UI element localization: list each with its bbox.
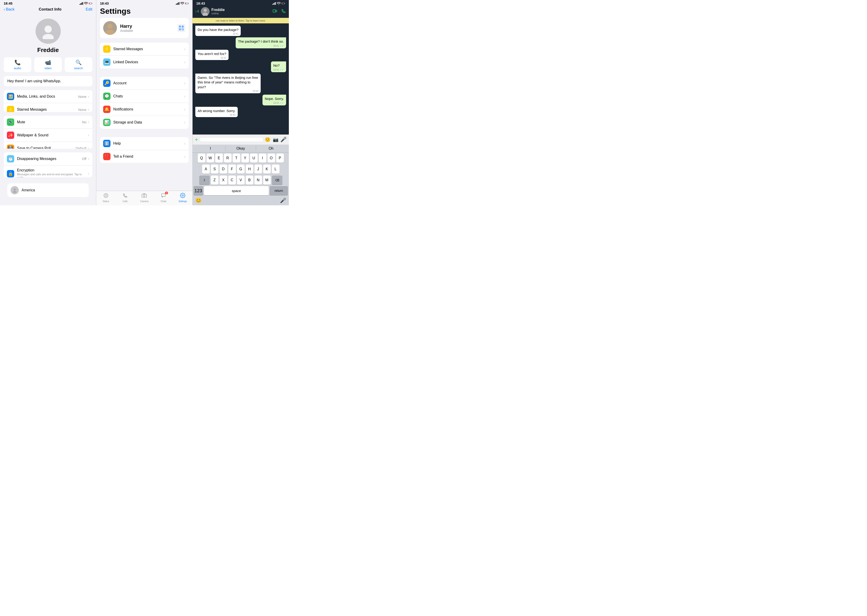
message-input[interactable] [200, 138, 263, 141]
chat-panel: 18:43 ‹ 4 Freddie online [193, 0, 289, 205]
key-Q[interactable]: Q [198, 154, 205, 163]
disappearing-label: Disappearing Messages [17, 157, 82, 161]
starred-messages-item[interactable]: ⭐ Starred Messages [100, 42, 189, 56]
mute-menu-item[interactable]: 🔊 Mute No [4, 116, 92, 129]
back-number[interactable]: 4 [197, 9, 199, 14]
key-U[interactable]: U [250, 154, 258, 163]
back-label[interactable]: Back [6, 7, 15, 12]
add-attachment-button[interactable]: + [195, 136, 198, 143]
key-E[interactable]: E [215, 154, 223, 163]
suggestion-3[interactable]: Oh [256, 146, 286, 151]
tab-calls[interactable]: Calls [116, 193, 135, 203]
storage-item[interactable]: 📊 Storage and Data [100, 116, 189, 129]
video-call-button[interactable] [272, 8, 277, 15]
account-item[interactable]: 🔑 Account [100, 77, 189, 90]
key-return[interactable]: return [270, 186, 288, 195]
key-numbers[interactable]: 123 [194, 186, 203, 195]
key-O[interactable]: O [267, 154, 275, 163]
wallpaper-icon: ✨ [7, 132, 14, 139]
key-C[interactable]: C [228, 176, 236, 185]
suggestion-2[interactable]: Okay [225, 146, 256, 151]
camera-button[interactable]: 📷 [273, 137, 279, 142]
tell-friend-item[interactable]: ❤️ Tell a Friend [100, 150, 189, 163]
help-item[interactable]: ℹ️ Help [100, 137, 189, 150]
america-contact-name: America [22, 188, 35, 192]
encryption-menu-item[interactable]: 🔒 Encryption Messages and calls are end-… [4, 165, 92, 178]
chat-contact-avatar[interactable] [201, 7, 209, 16]
user-profile-card[interactable]: Harry Available [100, 18, 189, 38]
svg-rect-11 [176, 4, 176, 5]
tab-camera[interactable]: Camera [135, 193, 154, 203]
key-D[interactable]: D [220, 165, 227, 174]
tab-status[interactable]: Status [96, 193, 116, 203]
chat-contact-status: online [211, 12, 271, 15]
keyboard: I Okay Oh Q W E R T Y U I O P A S [193, 145, 289, 205]
key-J[interactable]: J [255, 165, 262, 174]
key-A[interactable]: A [202, 165, 210, 174]
tab-chats[interactable]: 3 Chats [154, 193, 173, 203]
emoji-button[interactable]: 😊 [195, 198, 201, 203]
user-avatar [103, 21, 117, 35]
key-B[interactable]: B [246, 176, 253, 185]
key-H[interactable]: H [246, 165, 253, 174]
message-2-time: 18:41 [273, 45, 279, 47]
message-3: You aren't red fox? 18:42 [195, 50, 228, 60]
key-L[interactable]: L [272, 165, 279, 174]
contact-avatar[interactable] [36, 19, 61, 44]
message-4-ticks: ✓✓ [280, 68, 284, 71]
message-7: Ah wrong number. Sorry. 18:43 [195, 107, 238, 117]
america-avatar-icon [12, 188, 17, 193]
key-V[interactable]: V [237, 176, 245, 185]
back-button[interactable]: ‹ Back [4, 7, 14, 12]
tab-settings[interactable]: Settings [173, 193, 192, 203]
svg-rect-6 [89, 3, 90, 4]
key-shift[interactable]: ⇧ [199, 176, 210, 185]
encryption-sublabel: Messages and calls are end-to-end encryp… [17, 173, 88, 178]
edit-button[interactable]: Edit [86, 7, 92, 12]
wallpaper-chevron [88, 133, 89, 137]
contact-advanced-list: ⏱️ Disappearing Messages Off 🔒 Encryptio… [4, 152, 92, 178]
video-button[interactable]: 📹 video [34, 57, 62, 72]
media-menu-item[interactable]: 🖼️ Media, Links, and Docs None [4, 90, 92, 103]
audio-button[interactable]: 📞 audio [4, 57, 31, 72]
disappearing-menu-item[interactable]: ⏱️ Disappearing Messages Off [4, 152, 92, 165]
mic-button[interactable]: 🎤 [280, 198, 286, 203]
america-contact-item[interactable]: America [7, 183, 89, 197]
key-R[interactable]: R [224, 154, 231, 163]
message-1-time: 18:41 [233, 33, 238, 35]
notifications-item[interactable]: 🔔 Notifications [100, 103, 189, 116]
chat-back-button[interactable]: ‹ 4 [195, 9, 199, 14]
phone-call-button[interactable] [281, 8, 286, 15]
key-W[interactable]: W [206, 154, 214, 163]
key-Z[interactable]: Z [211, 176, 219, 185]
sticker-button[interactable]: 🙂 [265, 137, 271, 142]
key-S[interactable]: S [211, 165, 219, 174]
key-N[interactable]: N [255, 176, 262, 185]
key-I[interactable]: I [259, 154, 266, 163]
return-label: return [275, 189, 283, 192]
key-T[interactable]: T [233, 154, 240, 163]
suggestion-1[interactable]: I [195, 146, 225, 151]
key-delete[interactable]: ⌫ [272, 176, 282, 185]
voice-message-button[interactable]: 🎤 [280, 137, 286, 143]
svg-rect-38 [183, 30, 184, 30]
notifications-label: Notifications [113, 107, 184, 112]
key-M[interactable]: M [263, 176, 271, 185]
starred-menu-item[interactable]: ⭐ Starred Messages None [4, 103, 92, 112]
account-chevron [184, 81, 186, 86]
encryption-banner[interactable]: can read or listen to them. Tap to learn… [193, 18, 289, 24]
key-X[interactable]: X [220, 176, 227, 185]
key-F[interactable]: F [228, 165, 236, 174]
chats-item[interactable]: 💬 Chats [100, 90, 189, 103]
key-K[interactable]: K [263, 165, 271, 174]
cameraroll-menu-item[interactable]: 💾 Save to Camera Roll Default [4, 142, 92, 149]
key-Y[interactable]: Y [241, 154, 249, 163]
qr-button[interactable] [177, 24, 186, 32]
space-label: space [232, 189, 241, 193]
search-button[interactable]: 🔍 search [65, 57, 92, 72]
key-G[interactable]: G [237, 165, 245, 174]
key-P[interactable]: P [276, 154, 284, 163]
key-space[interactable]: space [204, 186, 269, 195]
wallpaper-menu-item[interactable]: ✨ Wallpaper & Sound [4, 129, 92, 142]
linked-devices-item[interactable]: 💻 Linked Devices [100, 56, 189, 69]
